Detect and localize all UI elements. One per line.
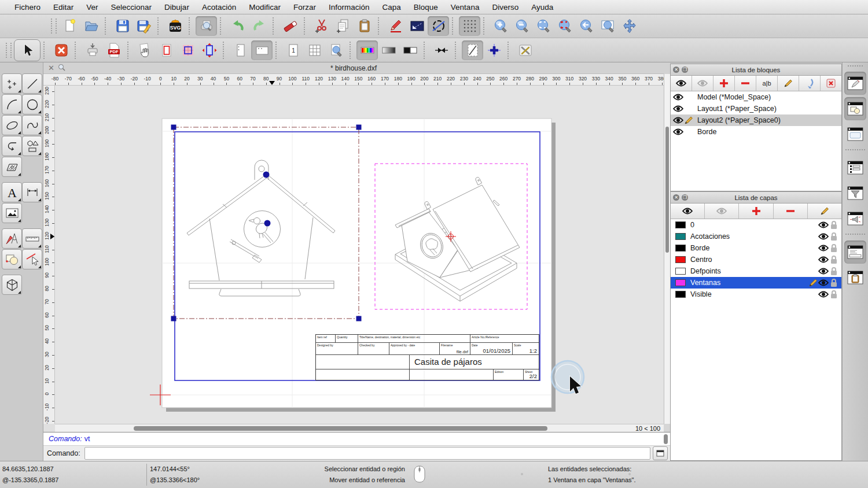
copy-button[interactable] bbox=[332, 16, 354, 36]
layer-row-visible[interactable]: Visible bbox=[671, 289, 841, 300]
win-command-toggle[interactable] bbox=[844, 241, 866, 264]
vertical-scrollbar[interactable] bbox=[664, 74, 670, 424]
reference-point-apex[interactable] bbox=[263, 172, 270, 178]
eye-icon[interactable] bbox=[673, 116, 683, 124]
measure-box-button[interactable] bbox=[406, 16, 428, 36]
eye-icon[interactable] bbox=[818, 290, 829, 298]
select-arrow-button[interactable] bbox=[14, 39, 41, 61]
tool-draft-tools-button[interactable] bbox=[2, 228, 22, 249]
save-as-button[interactable] bbox=[133, 16, 155, 36]
layers-eye-off-button[interactable] bbox=[705, 204, 739, 219]
win-property-editor-toggle[interactable] bbox=[844, 72, 866, 95]
tool-measure-button[interactable] bbox=[22, 228, 42, 249]
eye-icon[interactable] bbox=[818, 267, 829, 275]
lock-icon[interactable] bbox=[829, 243, 839, 253]
tool-spline-button[interactable] bbox=[22, 115, 42, 135]
command-input[interactable] bbox=[84, 447, 650, 460]
page-landscape-button[interactable] bbox=[251, 40, 273, 60]
viewport-move-button[interactable] bbox=[198, 40, 220, 60]
svg-export-button[interactable]: SVG bbox=[164, 16, 186, 36]
layers-minus-button[interactable] bbox=[774, 204, 808, 219]
tool-solid-3d-button[interactable] bbox=[2, 275, 22, 295]
tool-hatch-button[interactable] bbox=[2, 157, 22, 177]
blocks-eye-off-button[interactable] bbox=[692, 76, 713, 91]
layer-row-centro[interactable]: Centro bbox=[671, 254, 841, 265]
command-popup-button[interactable] bbox=[653, 446, 668, 460]
win-viewport-toggle[interactable] bbox=[844, 123, 866, 146]
zoom-auto-button[interactable] bbox=[533, 16, 554, 36]
float-panel-icon[interactable]: ❐ bbox=[682, 194, 688, 201]
eye-icon[interactable] bbox=[673, 93, 683, 101]
layer-color-swatch[interactable] bbox=[675, 291, 686, 298]
lock-icon[interactable] bbox=[829, 220, 839, 230]
grid-snap-button[interactable] bbox=[459, 16, 480, 36]
menu-ventana[interactable]: Ventana bbox=[444, 3, 486, 12]
drawing-canvas[interactable]: Item ref Quantity Title/Name, destinatio… bbox=[55, 86, 664, 424]
tool-arc-button[interactable] bbox=[2, 94, 22, 114]
page-grid-button[interactable] bbox=[304, 40, 325, 60]
pan-button[interactable] bbox=[619, 16, 640, 36]
layer-color-swatch[interactable] bbox=[675, 245, 686, 252]
zoom-in-button[interactable] bbox=[490, 16, 512, 36]
layer-row-0[interactable]: 0 bbox=[671, 219, 841, 231]
page-number-button[interactable]: 1 bbox=[282, 40, 304, 60]
snap-free-button[interactable] bbox=[428, 16, 449, 36]
lock-icon[interactable] bbox=[829, 267, 839, 276]
blocks-pencil-button[interactable] bbox=[778, 76, 799, 91]
eye-icon[interactable] bbox=[818, 256, 829, 264]
blocks-rename-ab-button[interactable]: a|b bbox=[756, 76, 778, 91]
vertical-scrollbar-thumb[interactable] bbox=[665, 127, 669, 253]
paste-button[interactable] bbox=[354, 16, 375, 36]
horizontal-scrollbar[interactable]: 10 < 100 bbox=[55, 424, 664, 432]
win-clipboard-toggle[interactable] bbox=[844, 266, 866, 289]
layer-color-swatch[interactable] bbox=[675, 256, 686, 263]
open-folder-button[interactable] bbox=[80, 16, 102, 36]
tool-points-button[interactable] bbox=[2, 73, 22, 94]
redo-button[interactable] bbox=[248, 16, 270, 36]
tool-text-button[interactable]: A bbox=[2, 182, 22, 202]
zoom-previous-button[interactable] bbox=[576, 16, 597, 36]
color-bar-button[interactable] bbox=[356, 40, 378, 60]
eye-icon[interactable] bbox=[818, 221, 829, 229]
block-row-model[interactable]: Model (*Model_Space) bbox=[671, 91, 841, 103]
eye-icon[interactable] bbox=[818, 232, 829, 241]
float-panel-icon[interactable]: ❐ bbox=[682, 66, 688, 73]
layers-plus-button[interactable] bbox=[739, 204, 773, 219]
menu-ayuda[interactable]: Ayuda bbox=[525, 3, 560, 12]
command-history-scrollbar[interactable] bbox=[664, 434, 668, 444]
settings-tools-button[interactable] bbox=[514, 40, 536, 60]
menu-capa[interactable]: Capa bbox=[376, 3, 407, 12]
zoom-out-button[interactable] bbox=[512, 16, 533, 36]
tool-polyline-button[interactable] bbox=[2, 136, 22, 156]
menu-seleccionar[interactable]: Seleccionar bbox=[105, 3, 159, 12]
reference-point-bird[interactable] bbox=[264, 220, 271, 227]
menu-editar[interactable]: Editar bbox=[47, 3, 80, 12]
eye-icon[interactable] bbox=[673, 128, 683, 136]
new-file-button[interactable] bbox=[59, 16, 80, 36]
blocks-insert-down-button[interactable] bbox=[799, 76, 821, 91]
gray-bar-button[interactable] bbox=[378, 40, 399, 60]
block-row-borde[interactable]: Borde bbox=[671, 126, 841, 138]
win-list-toggle[interactable] bbox=[844, 156, 866, 179]
lock-icon[interactable] bbox=[829, 278, 839, 287]
tool-image-button[interactable] bbox=[2, 203, 22, 223]
draft-mode-button[interactable] bbox=[462, 40, 483, 60]
close-panel-icon[interactable]: ✕ bbox=[673, 66, 679, 73]
page-portrait-button[interactable] bbox=[230, 40, 251, 60]
save-button[interactable] bbox=[112, 16, 133, 36]
tool-block-create-button[interactable] bbox=[2, 249, 22, 269]
undo-button[interactable] bbox=[227, 16, 248, 36]
print-preview-button[interactable] bbox=[196, 16, 217, 36]
zoom-selection-button[interactable] bbox=[554, 16, 576, 36]
lock-icon[interactable] bbox=[829, 232, 839, 241]
eye-icon[interactable] bbox=[818, 279, 829, 287]
viewport-fill-button[interactable] bbox=[177, 40, 198, 60]
eye-icon[interactable] bbox=[818, 244, 829, 252]
pdf-export-button[interactable]: PDF bbox=[103, 40, 124, 60]
menu-dibujar[interactable]: Dibujar bbox=[158, 3, 196, 12]
layer-color-swatch[interactable] bbox=[675, 268, 686, 275]
layer-color-swatch[interactable] bbox=[675, 279, 686, 286]
win-library-toggle[interactable] bbox=[844, 97, 866, 120]
layers-eye-on-button[interactable] bbox=[671, 204, 705, 219]
menu-información[interactable]: Información bbox=[322, 3, 376, 12]
